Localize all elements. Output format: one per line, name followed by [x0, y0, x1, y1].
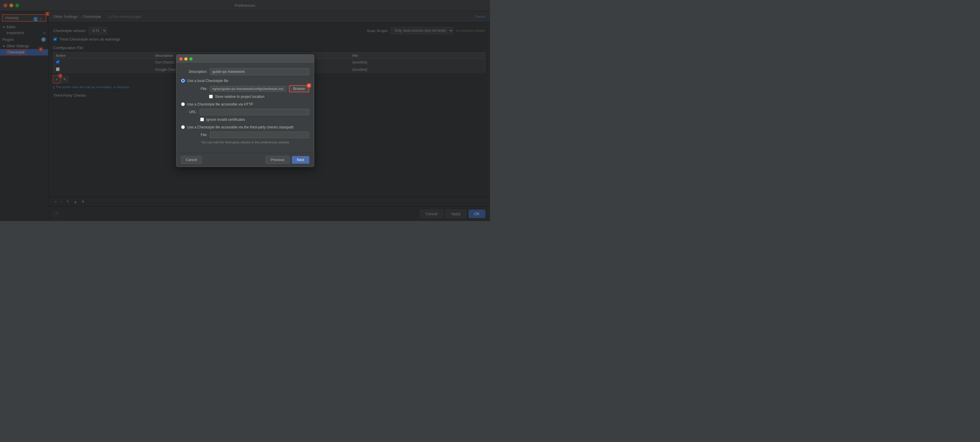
- radio-classpath-label: Use a Checkstyle file accessible via the…: [187, 125, 294, 129]
- radio-local-row: Use a local Checkstyle file: [181, 79, 309, 83]
- modal-url-input[interactable]: [200, 109, 309, 115]
- classpath-file-row: File:: [181, 132, 309, 138]
- modal-dialog: Description: Use a local Checkstyle file…: [176, 54, 314, 167]
- modal-url-row: URL:: [181, 109, 309, 115]
- store-relative-label: Store relative to project location: [215, 95, 264, 99]
- classpath-file-input[interactable]: [210, 132, 309, 138]
- modal-description-label: Description:: [181, 70, 207, 74]
- modal-title-bar: [177, 55, 314, 64]
- modal-cancel-button[interactable]: Cancel: [181, 156, 202, 164]
- modal-file-input[interactable]: [210, 86, 287, 92]
- modal-maximize-button[interactable]: [189, 57, 192, 60]
- modal-footer: Cancel Previous Next: [177, 153, 314, 167]
- modal-description-row: Description:: [181, 68, 309, 75]
- modal-nav-buttons: Previous Next: [266, 156, 309, 164]
- modal-overlay: Description: Use a local Checkstyle file…: [0, 0, 490, 221]
- store-relative-row: Store relative to project location: [181, 95, 309, 99]
- modal-file-label: File:: [187, 87, 207, 91]
- main-window: Preferences 1 ✕ 1 ▼ Editor Inspections: [0, 0, 490, 221]
- ignore-cert-checkbox[interactable]: [200, 118, 204, 121]
- radio-classpath-row: Use a Checkstyle file accessible via the…: [181, 125, 309, 129]
- ignore-cert-row: Ignore invalid certificates: [181, 118, 309, 122]
- radio-http-label: Use a Checkstyle file accessible via HTT…: [187, 102, 253, 107]
- radio-local-label: Use a local Checkstyle file: [187, 79, 228, 83]
- modal-file-row: File: Browse 4: [181, 85, 309, 92]
- modal-minimize-button[interactable]: [184, 57, 188, 60]
- edit-hint: You can edit the third-party checks in t…: [181, 140, 309, 144]
- modal-previous-button[interactable]: Previous: [266, 156, 290, 164]
- radio-http-row: Use a Checkstyle file accessible via HTT…: [181, 102, 309, 107]
- ignore-cert-label: Ignore invalid certificates: [206, 118, 245, 122]
- modal-url-label: URL:: [187, 110, 197, 114]
- radio-local[interactable]: [181, 79, 185, 83]
- modal-description-input[interactable]: [210, 68, 309, 75]
- radio-http[interactable]: [181, 102, 185, 106]
- modal-close-button[interactable]: [179, 57, 183, 60]
- store-relative-checkbox[interactable]: [209, 95, 213, 99]
- annotation-4: 4: [307, 83, 311, 87]
- modal-next-button[interactable]: Next: [292, 156, 309, 164]
- classpath-file-label: File:: [187, 133, 207, 137]
- browse-label: Browse: [293, 87, 305, 91]
- modal-body: Description: Use a local Checkstyle file…: [177, 64, 314, 153]
- radio-classpath[interactable]: [181, 125, 185, 129]
- browse-button[interactable]: Browse 4: [289, 85, 309, 92]
